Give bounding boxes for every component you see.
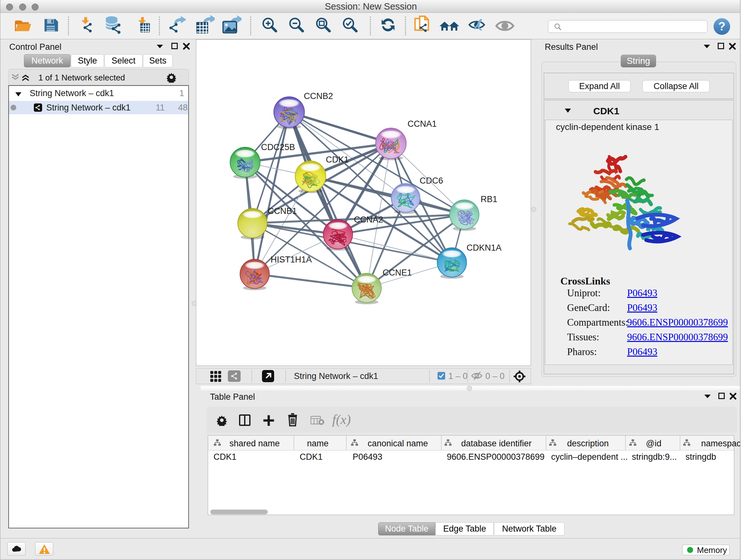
svg-text:CDC25B: CDC25B [261,142,295,152]
svg-text:CCNB2: CCNB2 [304,91,333,101]
svg-text:CCNB1: CCNB1 [268,206,297,216]
svg-text:CCNA1: CCNA1 [408,119,437,129]
svg-text:CDKN1A: CDKN1A [467,243,502,253]
svg-text:CDC6: CDC6 [420,176,443,186]
svg-text:HIST1H1A: HIST1H1A [271,255,312,264]
svg-text:CDK1: CDK1 [326,155,349,165]
svg-text:RB1: RB1 [481,194,497,204]
svg-text:CCNA2: CCNA2 [354,215,383,225]
svg-text:CCNE1: CCNE1 [383,268,412,277]
